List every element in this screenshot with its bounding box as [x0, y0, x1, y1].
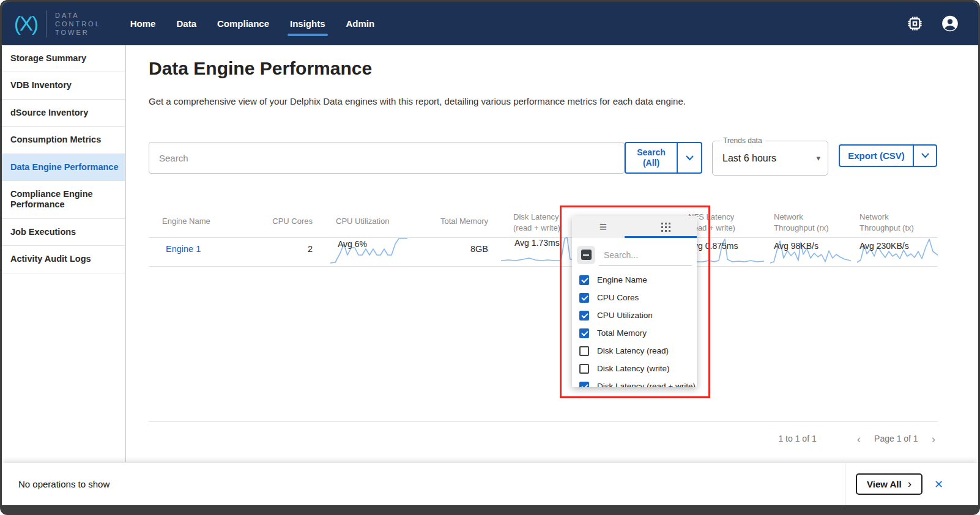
nav-links: Home Data Compliance Insights Admin: [130, 15, 374, 32]
user-avatar-icon[interactable]: [941, 15, 959, 32]
search-all-button-group: Search (All): [625, 142, 702, 174]
sidebar-item-data-engine-performance[interactable]: Data Engine Performance: [2, 154, 125, 181]
api-chip-icon[interactable]: [906, 15, 923, 32]
disk-latency-avg: Avg 1.73ms: [514, 238, 560, 248]
tab-columns[interactable]: [634, 216, 697, 238]
export-csv-button[interactable]: Export (CSV): [840, 146, 913, 166]
column-search-input[interactable]: [604, 250, 683, 260]
checkbox-icon[interactable]: [579, 293, 589, 303]
total-memory-value: 8GB: [430, 244, 488, 254]
engine-name-link[interactable]: Engine 1: [166, 244, 201, 254]
brand-logo[interactable]: (X) DATA CONTROL TOWER: [2, 10, 114, 37]
trends-data-value: Last 6 hours: [722, 153, 816, 164]
column-header-engine-name: Engine Name: [162, 216, 260, 227]
column-option-disk-latency-read[interactable]: Disk Latency (read): [572, 342, 697, 360]
tab-filters[interactable]: ≡: [572, 216, 634, 238]
nav-item-home[interactable]: Home: [130, 15, 156, 32]
sidebar: Storage Summary VDB Inventory dSource In…: [2, 45, 126, 462]
export-button-group: Export (CSV): [839, 144, 937, 167]
search-options-chevron-button[interactable]: [677, 143, 701, 172]
sidebar-item-compliance-engine-performance[interactable]: Compliance Engine Performance: [2, 181, 125, 219]
previous-page-icon[interactable]: ‹: [855, 433, 863, 445]
nav-item-insights[interactable]: Insights: [290, 15, 325, 32]
chevron-down-icon: [921, 153, 929, 158]
network-tx-avg: Avg 230KB/s: [859, 241, 909, 251]
column-header-network-throughput-tx: Network Throughput (tx): [859, 212, 927, 233]
delphix-logo-icon: (X): [14, 12, 37, 35]
pagination-page: Page 1 of 1: [874, 434, 918, 443]
checkbox-icon[interactable]: [579, 311, 589, 320]
column-picker-tabs: ≡: [572, 216, 697, 238]
pagination: 1 to 1 of 1 ‹ Page 1 of 1 ›: [149, 431, 938, 446]
column-header-nfs-latency: NFS Latency (read + write): [688, 212, 746, 233]
next-page-icon[interactable]: ›: [929, 433, 938, 445]
trends-data-select[interactable]: Trends data Last 6 hours ▾: [712, 141, 828, 176]
sidebar-item-activity-audit-logs[interactable]: Activity Audit Logs: [2, 246, 125, 273]
checkbox-icon[interactable]: [579, 346, 589, 356]
view-all-button[interactable]: View All ›: [856, 473, 922, 495]
sidebar-item-vdb-inventory[interactable]: VDB Inventory: [2, 72, 125, 99]
search-all-button[interactable]: Search (All): [626, 143, 677, 172]
column-option-disk-latency-write[interactable]: Disk Latency (write): [572, 360, 697, 377]
table-bottom-divider: [149, 421, 938, 422]
pagination-range: 1 to 1 of 1: [778, 434, 816, 443]
column-picker-popup: ≡ Engine Name CP: [572, 216, 697, 387]
operations-message: No operations to show: [18, 479, 110, 489]
search-underline: [599, 265, 692, 266]
column-option-cpu-utilization[interactable]: CPU Utilization: [572, 306, 697, 324]
top-nav: (X) DATA CONTROL TOWER Home Data Complia…: [2, 2, 978, 45]
checkbox-icon[interactable]: [579, 382, 589, 388]
column-option-total-memory[interactable]: Total Memory: [572, 324, 697, 342]
sidebar-item-storage-summary[interactable]: Storage Summary: [2, 45, 125, 72]
page-description: Get a comprehensive view of your Delphix…: [149, 96, 822, 106]
checkbox-icon[interactable]: [579, 328, 589, 338]
brand-divider: [46, 10, 46, 37]
column-header-network-throughput-rx: Network Throughput (rx): [774, 212, 841, 233]
operations-footer-bar: No operations to show View All › ✕: [2, 463, 978, 505]
close-icon[interactable]: ✕: [934, 478, 943, 491]
cpu-utilization-avg: Avg 6%: [338, 239, 367, 249]
export-options-chevron-button[interactable]: [913, 146, 936, 166]
nav-item-admin[interactable]: Admin: [346, 15, 375, 32]
nav-item-data[interactable]: Data: [176, 15, 196, 32]
column-header-cpu-utilization: CPU Utilization: [336, 216, 409, 227]
column-header-total-memory: Total Memory: [430, 216, 488, 227]
dropdown-arrow-icon: ▾: [816, 154, 820, 163]
column-option-disk-latency-read-write[interactable]: Disk Latency (read + write): [572, 377, 697, 387]
nav-right-actions: [906, 15, 978, 32]
hamburger-icon: ≡: [600, 220, 607, 234]
grid-columns-icon: [661, 223, 670, 232]
column-picker-search-row: [572, 238, 697, 266]
network-rx-avg: Avg 98KB/s: [774, 241, 819, 251]
column-option-cpu-cores[interactable]: CPU Cores: [572, 289, 697, 306]
nav-item-compliance[interactable]: Compliance: [217, 15, 269, 32]
arrow-right-icon: ›: [908, 477, 911, 491]
indeterminate-checkbox-icon: [581, 250, 592, 260]
column-picker-list: Engine Name CPU Cores CPU Utilization To…: [572, 266, 697, 387]
brand-name: DATA CONTROL TOWER: [55, 12, 101, 36]
select-all-checkbox[interactable]: [577, 246, 595, 264]
checkbox-icon[interactable]: [579, 275, 589, 285]
page-title: Data Engine Performance: [149, 58, 372, 79]
search-input[interactable]: [149, 142, 625, 174]
column-option-engine-name[interactable]: Engine Name: [572, 271, 697, 289]
footer-divider: [845, 463, 845, 505]
column-header-cpu-cores: CPU Cores: [259, 216, 313, 227]
trends-data-label: Trends data: [720, 136, 765, 145]
column-header-disk-latency: Disk Latency (read + write): [513, 212, 570, 233]
sidebar-item-job-executions[interactable]: Job Executions: [2, 219, 125, 246]
app-window: (X) DATA CONTROL TOWER Home Data Complia…: [0, 0, 980, 515]
cpu-cores-value: 2: [259, 244, 313, 254]
checkbox-icon[interactable]: [579, 364, 589, 374]
sidebar-item-consumption-metrics[interactable]: Consumption Metrics: [2, 127, 125, 154]
chevron-down-icon: [686, 155, 694, 161]
sidebar-item-dsource-inventory[interactable]: dSource Inventory: [2, 100, 125, 127]
table-row-divider: [149, 266, 938, 267]
